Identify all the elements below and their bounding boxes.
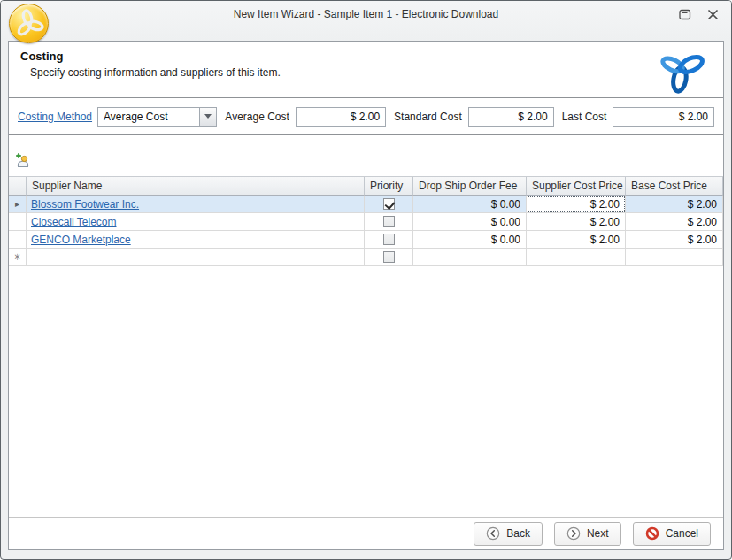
back-arrow-icon	[486, 526, 500, 541]
suppliers-section: Supplier Name Priority Drop Ship Order F…	[9, 135, 723, 517]
table-row-supplier-cost[interactable]: $ 2.00	[527, 196, 626, 213]
back-button[interactable]: Back	[474, 522, 543, 546]
new-row-supplier[interactable]	[27, 249, 365, 266]
window-controls	[679, 9, 719, 20]
brand-trefoil-icon	[654, 44, 709, 97]
grid-header-indicator	[9, 177, 27, 196]
cancel-button[interactable]: Cancel	[633, 522, 711, 546]
cancel-button-label: Cancel	[666, 527, 698, 540]
table-row-dropship[interactable]: $ 0.00	[413, 196, 527, 213]
table-row-supplier-cost[interactable]: $ 2.00	[527, 213, 626, 231]
grid-header-priority[interactable]: Priority	[365, 177, 413, 196]
average-cost-input[interactable]: $ 2.00	[296, 107, 386, 127]
new-row-priority[interactable]	[365, 249, 413, 266]
costing-method-value: Average Cost	[98, 108, 199, 126]
standard-cost-label: Standard Cost	[394, 111, 462, 123]
dropdown-button[interactable]	[199, 108, 216, 126]
grid-header-dropship[interactable]: Drop Ship Order Fee	[413, 177, 527, 196]
costing-method-dropdown[interactable]: Average Cost	[97, 107, 217, 127]
supplier-link[interactable]: Blossom Footwear Inc.	[31, 198, 139, 211]
priority-checkbox[interactable]	[383, 234, 395, 245]
new-row-dropship[interactable]	[413, 249, 527, 266]
grid-header-base-cost[interactable]: Base Cost Price	[626, 177, 723, 196]
new-row-supplier-cost[interactable]	[527, 249, 626, 266]
last-cost-label: Last Cost	[562, 111, 607, 123]
wizard-content: Costing Specify costing information and …	[8, 41, 724, 550]
table-row-dropship[interactable]: $ 0.00	[413, 231, 527, 249]
row-indicator	[9, 213, 27, 231]
table-row-supplier-cost[interactable]: $ 2.00	[527, 231, 626, 249]
row-indicator	[9, 231, 27, 249]
priority-checkbox[interactable]	[383, 198, 395, 210]
last-cost-input[interactable]: $ 2.00	[613, 107, 714, 127]
table-row-priority[interactable]	[365, 231, 413, 249]
wizard-window: New Item Wizard - Sample Item 1 - Electr…	[0, 0, 732, 560]
cancel-prohibition-icon	[645, 526, 659, 541]
window-title: New Item Wizard - Sample Item 1 - Electr…	[54, 8, 678, 20]
new-row-base-cost[interactable]	[626, 249, 723, 266]
close-window-icon[interactable]	[707, 9, 719, 20]
table-row-supplier[interactable]: Closecall Telecom	[27, 213, 365, 231]
table-row-base-cost[interactable]: $ 2.00	[626, 213, 723, 231]
title-bar: New Item Wizard - Sample Item 1 - Electr…	[1, 1, 731, 41]
restore-window-icon[interactable]	[679, 9, 691, 20]
table-row-supplier[interactable]: Blossom Footwear Inc.	[27, 196, 365, 213]
row-indicator-icon: ▸	[9, 196, 27, 213]
table-row-priority[interactable]	[365, 213, 413, 231]
table-row-supplier[interactable]: GENCO Marketplace	[27, 231, 365, 249]
table-row-base-cost[interactable]: $ 2.00	[626, 231, 723, 249]
priority-checkbox[interactable]	[383, 216, 395, 227]
costing-toolbar: Costing Method Average Cost Average Cost…	[9, 98, 723, 135]
table-row-priority[interactable]	[365, 196, 413, 213]
supplier-link[interactable]: GENCO Marketplace	[31, 234, 131, 246]
standard-cost-input[interactable]: $ 2.00	[468, 107, 554, 127]
wizard-footer: Back Next Cancel	[9, 517, 723, 549]
page-subtitle: Specify costing information and supplier…	[30, 66, 713, 79]
costing-method-link[interactable]: Costing Method	[18, 111, 92, 123]
next-button-label: Next	[587, 527, 609, 540]
suppliers-grid: Supplier Name Priority Drop Ship Order F…	[9, 176, 723, 266]
back-button-label: Back	[506, 527, 530, 540]
priority-checkbox[interactable]	[383, 251, 395, 263]
app-logo-icon	[9, 4, 49, 43]
average-cost-label: Average Cost	[225, 111, 289, 123]
table-row-base-cost[interactable]: $ 2.00	[626, 196, 723, 213]
grid-header-supplier-cost[interactable]: Supplier Cost Price	[527, 177, 626, 196]
add-supplier-icon[interactable]	[14, 152, 723, 173]
next-button[interactable]: Next	[554, 522, 621, 546]
chevron-down-icon	[204, 114, 212, 119]
next-arrow-icon	[566, 526, 581, 541]
page-title: Costing	[20, 50, 713, 63]
supplier-link[interactable]: Closecall Telecom	[31, 216, 117, 228]
table-row-dropship[interactable]: $ 0.00	[413, 213, 527, 231]
new-row-icon: ✳	[9, 249, 27, 266]
grid-header-supplier[interactable]: Supplier Name	[27, 177, 365, 196]
page-header: Costing Specify costing information and …	[9, 42, 723, 98]
